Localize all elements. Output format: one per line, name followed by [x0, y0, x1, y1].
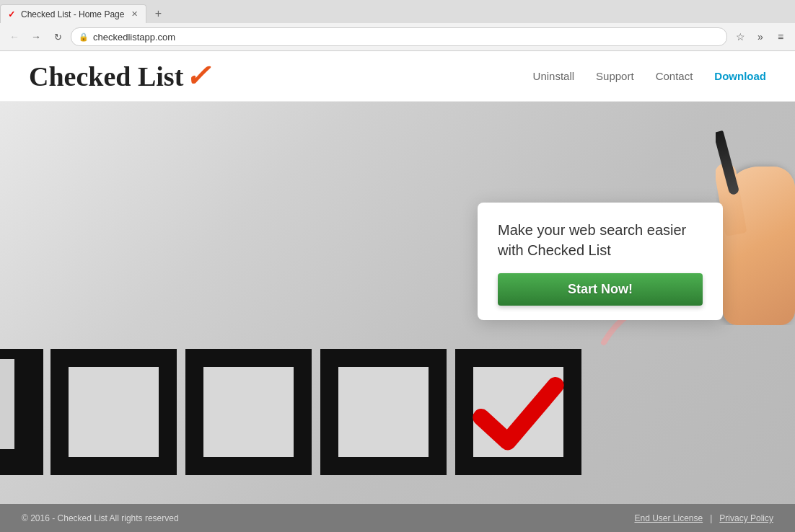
- footer-privacy-link[interactable]: Privacy Policy: [719, 513, 773, 523]
- bookmark-icon: ☆: [736, 31, 745, 43]
- site-logo: Checked List ✓: [29, 58, 210, 94]
- site-nav: Uninstall Support Contact Download: [533, 70, 766, 82]
- checkbox-4-checked: [455, 349, 581, 475]
- site-header: Checked List ✓ Uninstall Support Contact…: [0, 51, 795, 102]
- popup-card: Make your web search easier with Checked…: [478, 203, 723, 320]
- partial-checkbox: [0, 349, 43, 475]
- nav-contact[interactable]: Contact: [656, 70, 693, 82]
- website: Checked List ✓ Uninstall Support Contact…: [0, 51, 795, 532]
- reload-button[interactable]: ↻: [49, 28, 66, 45]
- footer-eula-link[interactable]: End User License: [634, 513, 703, 523]
- checkbox-3: [320, 349, 447, 475]
- back-button[interactable]: ←: [6, 28, 23, 45]
- tab-bar: ✓ Checked List - Home Page ✕ +: [0, 0, 795, 23]
- logo-text: Checked List: [29, 61, 183, 92]
- popup-text: Make your web search easier with Checked…: [498, 220, 703, 260]
- new-tab-button[interactable]: +: [148, 4, 168, 23]
- site-footer: © 2016 - Checked List All rights reserve…: [0, 504, 795, 532]
- menu-icon: ≡: [778, 31, 783, 43]
- extensions-button[interactable]: »: [752, 28, 769, 45]
- hero-section: Make your web search easier with Checked…: [0, 102, 795, 504]
- active-tab[interactable]: ✓ Checked List - Home Page ✕: [0, 4, 146, 23]
- url-text: checkedlistapp.com: [93, 32, 175, 43]
- logo-checkmark-icon: ✓: [185, 58, 210, 94]
- checkbox-visual-row: [0, 349, 581, 475]
- back-icon: ←: [9, 31, 19, 43]
- menu-button[interactable]: ≡: [772, 28, 789, 45]
- tab-close-button[interactable]: ✕: [128, 9, 140, 20]
- url-bar[interactable]: 🔒 checkedlistapp.com: [71, 27, 727, 46]
- checkbox-2: [185, 349, 312, 475]
- start-now-button[interactable]: Start Now!: [498, 273, 703, 306]
- footer-links: End User License | Privacy Policy: [634, 513, 773, 523]
- forward-icon: →: [31, 31, 41, 43]
- nav-support[interactable]: Support: [596, 70, 634, 82]
- tab-title: Checked List - Home Page: [21, 9, 124, 19]
- browser-chrome: ✓ Checked List - Home Page ✕ + ← → ↻ 🔒 c…: [0, 0, 795, 51]
- forward-button[interactable]: →: [27, 28, 45, 45]
- red-checkmark-svg: [465, 359, 571, 465]
- nav-download[interactable]: Download: [714, 70, 766, 82]
- footer-copyright: © 2016 - Checked List All rights reserve…: [22, 513, 179, 523]
- hand-visual: [716, 123, 795, 325]
- bookmark-button[interactable]: ☆: [732, 28, 749, 45]
- tab-favicon-icon: ✓: [6, 9, 17, 19]
- checkbox-1: [50, 349, 177, 475]
- reload-icon: ↻: [54, 32, 62, 43]
- toolbar-actions: ☆ » ≡: [732, 28, 789, 45]
- url-lock-icon: 🔒: [79, 32, 89, 42]
- address-bar: ← → ↻ 🔒 checkedlistapp.com ☆ » ≡: [0, 23, 795, 50]
- footer-separator: |: [710, 513, 712, 523]
- nav-uninstall[interactable]: Uninstall: [533, 70, 575, 82]
